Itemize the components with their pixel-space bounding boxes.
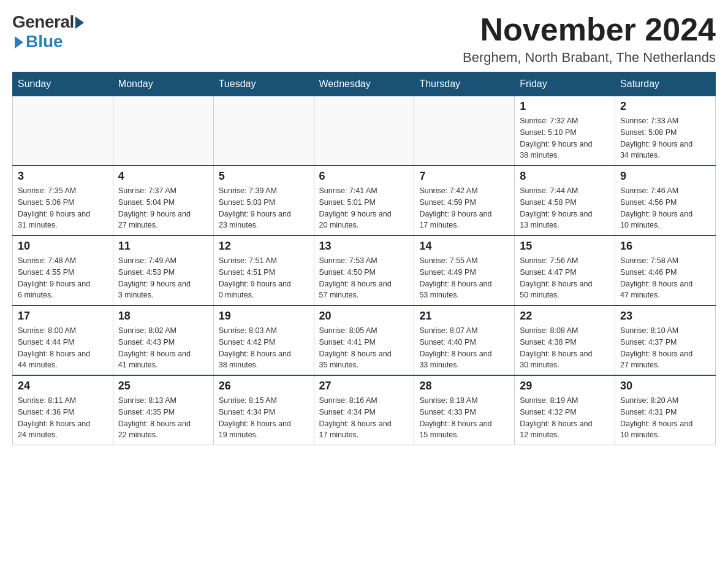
day-number: 30 xyxy=(620,380,710,393)
day-info: Sunrise: 7:32 AMSunset: 5:10 PMDaylight:… xyxy=(520,115,610,161)
day-number: 6 xyxy=(319,170,409,183)
day-info: Sunrise: 7:48 AMSunset: 4:55 PMDaylight:… xyxy=(18,255,108,301)
day-number: 12 xyxy=(219,240,309,253)
day-info: Sunrise: 7:51 AMSunset: 4:51 PMDaylight:… xyxy=(219,255,309,301)
day-number: 4 xyxy=(118,170,208,183)
week-row-5: 24Sunrise: 8:11 AMSunset: 4:36 PMDayligh… xyxy=(13,375,716,445)
calendar-cell-w1-d7: 2Sunrise: 7:33 AMSunset: 5:08 PMDaylight… xyxy=(615,96,716,166)
day-number: 20 xyxy=(319,310,409,323)
day-info: Sunrise: 7:56 AMSunset: 4:47 PMDaylight:… xyxy=(520,255,610,301)
day-number: 21 xyxy=(419,310,509,323)
day-info: Sunrise: 8:13 AMSunset: 4:35 PMDaylight:… xyxy=(118,395,208,441)
calendar-cell-w3-d1: 10Sunrise: 7:48 AMSunset: 4:55 PMDayligh… xyxy=(13,236,113,305)
day-number: 28 xyxy=(419,380,509,393)
calendar-cell-w4-d6: 22Sunrise: 8:08 AMSunset: 4:38 PMDayligh… xyxy=(515,305,615,375)
col-sunday: Sunday xyxy=(13,72,113,96)
calendar-cell-w2-d2: 4Sunrise: 7:37 AMSunset: 5:04 PMDaylight… xyxy=(113,166,213,236)
page-header: General Blue November 2024 Berghem, Nort… xyxy=(12,12,716,66)
calendar-cell-w1-d4 xyxy=(314,96,414,166)
day-info: Sunrise: 8:11 AMSunset: 4:36 PMDaylight:… xyxy=(18,395,108,441)
logo-blue-text: Blue xyxy=(26,32,63,52)
calendar-cell-w5-d5: 28Sunrise: 8:18 AMSunset: 4:33 PMDayligh… xyxy=(414,375,515,445)
calendar-cell-w5-d2: 25Sunrise: 8:13 AMSunset: 4:35 PMDayligh… xyxy=(113,375,213,445)
calendar-cell-w3-d6: 15Sunrise: 7:56 AMSunset: 4:47 PMDayligh… xyxy=(515,236,615,305)
day-info: Sunrise: 8:03 AMSunset: 4:42 PMDaylight:… xyxy=(219,325,309,371)
calendar-cell-w2-d1: 3Sunrise: 7:35 AMSunset: 5:06 PMDaylight… xyxy=(13,166,113,236)
day-number: 9 xyxy=(620,170,710,183)
day-info: Sunrise: 7:35 AMSunset: 5:06 PMDaylight:… xyxy=(18,185,108,231)
calendar-cell-w2-d4: 6Sunrise: 7:41 AMSunset: 5:01 PMDaylight… xyxy=(314,166,414,236)
day-info: Sunrise: 7:53 AMSunset: 4:50 PMDaylight:… xyxy=(319,255,409,301)
col-saturday: Saturday xyxy=(615,72,716,96)
month-title: November 2024 xyxy=(463,12,716,47)
day-info: Sunrise: 7:42 AMSunset: 4:59 PMDaylight:… xyxy=(419,185,509,231)
day-info: Sunrise: 8:16 AMSunset: 4:34 PMDaylight:… xyxy=(319,395,409,441)
calendar-cell-w4-d5: 21Sunrise: 8:07 AMSunset: 4:40 PMDayligh… xyxy=(414,305,515,375)
day-info: Sunrise: 8:00 AMSunset: 4:44 PMDaylight:… xyxy=(18,325,108,371)
day-number: 5 xyxy=(219,170,309,183)
day-number: 16 xyxy=(620,240,710,253)
day-number: 22 xyxy=(520,310,610,323)
logo-arrow-icon xyxy=(75,17,84,29)
day-number: 1 xyxy=(520,100,610,113)
day-info: Sunrise: 8:02 AMSunset: 4:43 PMDaylight:… xyxy=(118,325,208,371)
calendar-cell-w4-d3: 19Sunrise: 8:03 AMSunset: 4:42 PMDayligh… xyxy=(213,305,314,375)
day-number: 14 xyxy=(419,240,509,253)
calendar-cell-w5-d6: 29Sunrise: 8:19 AMSunset: 4:32 PMDayligh… xyxy=(515,375,615,445)
calendar-cell-w1-d1 xyxy=(13,96,113,166)
calendar-cell-w1-d6: 1Sunrise: 7:32 AMSunset: 5:10 PMDaylight… xyxy=(515,96,615,166)
calendar-cell-w2-d5: 7Sunrise: 7:42 AMSunset: 4:59 PMDaylight… xyxy=(414,166,515,236)
day-number: 13 xyxy=(319,240,409,253)
day-info: Sunrise: 7:44 AMSunset: 4:58 PMDaylight:… xyxy=(520,185,610,231)
logo: General Blue xyxy=(12,12,84,52)
calendar-cell-w5-d7: 30Sunrise: 8:20 AMSunset: 4:31 PMDayligh… xyxy=(615,375,716,445)
logo-arrow-icon-2 xyxy=(15,36,23,48)
calendar-cell-w3-d4: 13Sunrise: 7:53 AMSunset: 4:50 PMDayligh… xyxy=(314,236,414,305)
col-wednesday: Wednesday xyxy=(314,72,414,96)
calendar-cell-w5-d4: 27Sunrise: 8:16 AMSunset: 4:34 PMDayligh… xyxy=(314,375,414,445)
location-subtitle: Berghem, North Brabant, The Netherlands xyxy=(463,50,716,66)
day-info: Sunrise: 8:19 AMSunset: 4:32 PMDaylight:… xyxy=(520,395,610,441)
calendar-cell-w1-d2 xyxy=(113,96,213,166)
day-number: 27 xyxy=(319,380,409,393)
day-number: 24 xyxy=(18,380,108,393)
day-number: 29 xyxy=(520,380,610,393)
day-number: 17 xyxy=(18,310,108,323)
day-number: 25 xyxy=(118,380,208,393)
day-info: Sunrise: 7:49 AMSunset: 4:53 PMDaylight:… xyxy=(118,255,208,301)
day-number: 2 xyxy=(620,100,710,113)
calendar-cell-w3-d2: 11Sunrise: 7:49 AMSunset: 4:53 PMDayligh… xyxy=(113,236,213,305)
day-number: 8 xyxy=(520,170,610,183)
calendar-cell-w1-d5 xyxy=(414,96,515,166)
day-number: 7 xyxy=(419,170,509,183)
day-info: Sunrise: 8:15 AMSunset: 4:34 PMDaylight:… xyxy=(219,395,309,441)
calendar-cell-w4-d7: 23Sunrise: 8:10 AMSunset: 4:37 PMDayligh… xyxy=(615,305,716,375)
day-info: Sunrise: 7:39 AMSunset: 5:03 PMDaylight:… xyxy=(219,185,309,231)
week-row-4: 17Sunrise: 8:00 AMSunset: 4:44 PMDayligh… xyxy=(13,305,716,375)
day-info: Sunrise: 7:33 AMSunset: 5:08 PMDaylight:… xyxy=(620,115,710,161)
week-row-1: 1Sunrise: 7:32 AMSunset: 5:10 PMDaylight… xyxy=(13,96,716,166)
day-number: 18 xyxy=(118,310,208,323)
day-info: Sunrise: 8:05 AMSunset: 4:41 PMDaylight:… xyxy=(319,325,409,371)
calendar-cell-w4-d1: 17Sunrise: 8:00 AMSunset: 4:44 PMDayligh… xyxy=(13,305,113,375)
day-info: Sunrise: 7:55 AMSunset: 4:49 PMDaylight:… xyxy=(419,255,509,301)
calendar-cell-w3-d3: 12Sunrise: 7:51 AMSunset: 4:51 PMDayligh… xyxy=(213,236,314,305)
calendar-cell-w5-d1: 24Sunrise: 8:11 AMSunset: 4:36 PMDayligh… xyxy=(13,375,113,445)
calendar-cell-w5-d3: 26Sunrise: 8:15 AMSunset: 4:34 PMDayligh… xyxy=(213,375,314,445)
calendar-cell-w4-d4: 20Sunrise: 8:05 AMSunset: 4:41 PMDayligh… xyxy=(314,305,414,375)
calendar-cell-w2-d3: 5Sunrise: 7:39 AMSunset: 5:03 PMDaylight… xyxy=(213,166,314,236)
day-info: Sunrise: 8:18 AMSunset: 4:33 PMDaylight:… xyxy=(419,395,509,441)
calendar-cell-w2-d6: 8Sunrise: 7:44 AMSunset: 4:58 PMDaylight… xyxy=(515,166,615,236)
calendar-cell-w4-d2: 18Sunrise: 8:02 AMSunset: 4:43 PMDayligh… xyxy=(113,305,213,375)
day-number: 15 xyxy=(520,240,610,253)
calendar-cell-w2-d7: 9Sunrise: 7:46 AMSunset: 4:56 PMDaylight… xyxy=(615,166,716,236)
day-number: 26 xyxy=(219,380,309,393)
day-info: Sunrise: 8:10 AMSunset: 4:37 PMDaylight:… xyxy=(620,325,710,371)
day-info: Sunrise: 7:58 AMSunset: 4:46 PMDaylight:… xyxy=(620,255,710,301)
day-number: 19 xyxy=(219,310,309,323)
col-thursday: Thursday xyxy=(414,72,515,96)
logo-general-text: General xyxy=(12,12,74,32)
calendar-cell-w3-d5: 14Sunrise: 7:55 AMSunset: 4:49 PMDayligh… xyxy=(414,236,515,305)
day-info: Sunrise: 8:20 AMSunset: 4:31 PMDaylight:… xyxy=(620,395,710,441)
day-info: Sunrise: 7:46 AMSunset: 4:56 PMDaylight:… xyxy=(620,185,710,231)
